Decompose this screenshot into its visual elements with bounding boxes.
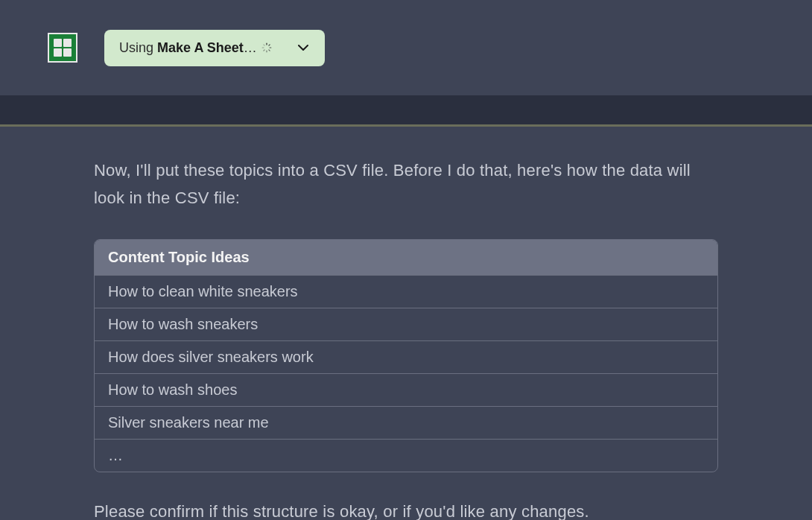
table-cell: How to wash shoes <box>108 381 237 398</box>
svg-rect-6 <box>261 47 264 48</box>
intro-text: Now, I'll put these topics into a CSV fi… <box>94 156 718 212</box>
confirm-text: Please confirm if this structure is okay… <box>94 502 718 520</box>
svg-rect-1 <box>268 44 270 46</box>
dark-band <box>0 95 812 127</box>
spinner-icon <box>261 42 272 53</box>
svg-rect-2 <box>269 47 271 48</box>
table-header: Content Topic Ideas <box>95 240 717 275</box>
svg-rect-5 <box>263 49 265 51</box>
tool-suffix: … <box>244 40 257 55</box>
table-cell: … <box>108 447 123 463</box>
table-header-text: Content Topic Ideas <box>108 249 250 265</box>
sheet-grid-icon <box>54 39 72 57</box>
tool-name: Make A Sheet <box>157 40 244 55</box>
content-area: Now, I'll put these topics into a CSV fi… <box>0 127 812 520</box>
data-table: Content Topic Ideas How to clean white s… <box>94 239 718 472</box>
table-cell: How to clean white sneakers <box>108 283 298 299</box>
table-row: How does silver sneakers work <box>95 340 717 373</box>
table-cell: How does silver sneakers work <box>108 349 314 365</box>
svg-rect-3 <box>268 49 270 51</box>
tool-dropdown-label: Using Make A Sheet… <box>119 40 272 56</box>
table-row: Silver sneakers near me <box>95 406 717 439</box>
table-row: How to wash sneakers <box>95 308 717 340</box>
chevron-down-icon <box>296 41 310 54</box>
top-bar: Using Make A Sheet… <box>0 0 812 95</box>
sheet-logo <box>48 33 77 63</box>
tool-prefix: Using <box>119 40 157 55</box>
table-cell: Silver sneakers near me <box>108 414 269 431</box>
table-cell: How to wash sneakers <box>108 316 258 332</box>
table-row: How to clean white sneakers <box>95 275 717 308</box>
svg-rect-7 <box>263 44 265 46</box>
svg-rect-0 <box>266 43 267 45</box>
svg-rect-4 <box>266 51 267 53</box>
table-row: … <box>95 439 717 472</box>
table-row: How to wash shoes <box>95 373 717 406</box>
tool-dropdown[interactable]: Using Make A Sheet… <box>104 30 325 66</box>
